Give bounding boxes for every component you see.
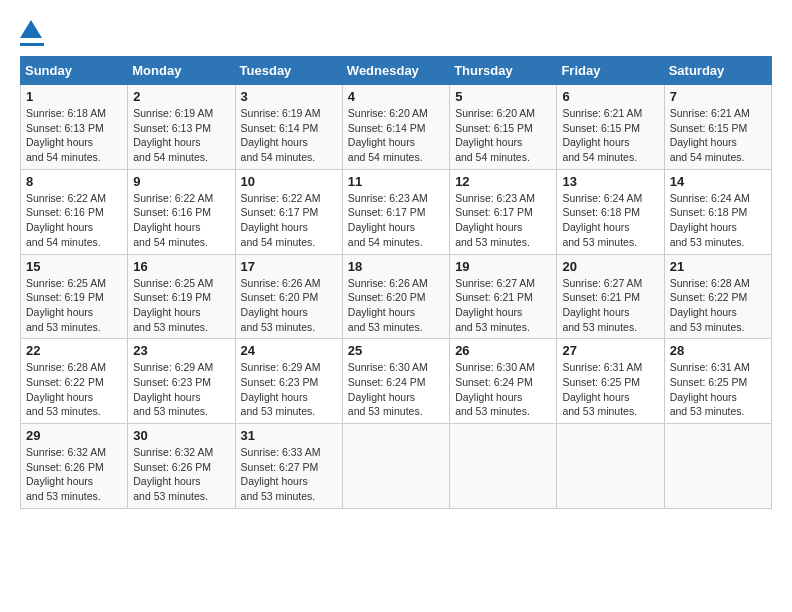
- day-info: Sunrise: 6:31 AMSunset: 6:25 PMDaylight …: [670, 360, 766, 419]
- calendar-cell: [342, 424, 449, 509]
- day-info: Sunrise: 6:25 AMSunset: 6:19 PMDaylight …: [26, 276, 122, 335]
- logo: [20, 20, 44, 46]
- calendar-cell: 31Sunrise: 6:33 AMSunset: 6:27 PMDayligh…: [235, 424, 342, 509]
- day-info: Sunrise: 6:24 AMSunset: 6:18 PMDaylight …: [670, 191, 766, 250]
- calendar-cell: 9Sunrise: 6:22 AMSunset: 6:16 PMDaylight…: [128, 169, 235, 254]
- day-info: Sunrise: 6:21 AMSunset: 6:15 PMDaylight …: [562, 106, 658, 165]
- calendar-cell: [664, 424, 771, 509]
- logo-icon: [20, 20, 42, 42]
- day-info: Sunrise: 6:24 AMSunset: 6:18 PMDaylight …: [562, 191, 658, 250]
- calendar-cell: 4Sunrise: 6:20 AMSunset: 6:14 PMDaylight…: [342, 85, 449, 170]
- day-number: 24: [241, 343, 337, 358]
- calendar-week-1: 1Sunrise: 6:18 AMSunset: 6:13 PMDaylight…: [21, 85, 772, 170]
- day-info: Sunrise: 6:22 AMSunset: 6:16 PMDaylight …: [133, 191, 229, 250]
- day-info: Sunrise: 6:26 AMSunset: 6:20 PMDaylight …: [348, 276, 444, 335]
- calendar-cell: 30Sunrise: 6:32 AMSunset: 6:26 PMDayligh…: [128, 424, 235, 509]
- day-number: 25: [348, 343, 444, 358]
- day-number: 17: [241, 259, 337, 274]
- day-number: 31: [241, 428, 337, 443]
- day-number: 28: [670, 343, 766, 358]
- col-header-thursday: Thursday: [450, 57, 557, 85]
- day-number: 10: [241, 174, 337, 189]
- calendar-cell: 20Sunrise: 6:27 AMSunset: 6:21 PMDayligh…: [557, 254, 664, 339]
- day-number: 14: [670, 174, 766, 189]
- day-info: Sunrise: 6:18 AMSunset: 6:13 PMDaylight …: [26, 106, 122, 165]
- col-header-wednesday: Wednesday: [342, 57, 449, 85]
- calendar-cell: 13Sunrise: 6:24 AMSunset: 6:18 PMDayligh…: [557, 169, 664, 254]
- calendar-cell: 19Sunrise: 6:27 AMSunset: 6:21 PMDayligh…: [450, 254, 557, 339]
- calendar-cell: 23Sunrise: 6:29 AMSunset: 6:23 PMDayligh…: [128, 339, 235, 424]
- day-number: 1: [26, 89, 122, 104]
- calendar-cell: 22Sunrise: 6:28 AMSunset: 6:22 PMDayligh…: [21, 339, 128, 424]
- calendar-cell: 11Sunrise: 6:23 AMSunset: 6:17 PMDayligh…: [342, 169, 449, 254]
- col-header-tuesday: Tuesday: [235, 57, 342, 85]
- day-number: 8: [26, 174, 122, 189]
- day-number: 11: [348, 174, 444, 189]
- day-number: 13: [562, 174, 658, 189]
- calendar-cell: 6Sunrise: 6:21 AMSunset: 6:15 PMDaylight…: [557, 85, 664, 170]
- calendar-cell: 24Sunrise: 6:29 AMSunset: 6:23 PMDayligh…: [235, 339, 342, 424]
- day-info: Sunrise: 6:29 AMSunset: 6:23 PMDaylight …: [133, 360, 229, 419]
- day-info: Sunrise: 6:32 AMSunset: 6:26 PMDaylight …: [133, 445, 229, 504]
- calendar-week-4: 22Sunrise: 6:28 AMSunset: 6:22 PMDayligh…: [21, 339, 772, 424]
- day-info: Sunrise: 6:23 AMSunset: 6:17 PMDaylight …: [348, 191, 444, 250]
- calendar-cell: 16Sunrise: 6:25 AMSunset: 6:19 PMDayligh…: [128, 254, 235, 339]
- day-number: 18: [348, 259, 444, 274]
- day-info: Sunrise: 6:29 AMSunset: 6:23 PMDaylight …: [241, 360, 337, 419]
- day-number: 9: [133, 174, 229, 189]
- day-info: Sunrise: 6:27 AMSunset: 6:21 PMDaylight …: [455, 276, 551, 335]
- day-info: Sunrise: 6:31 AMSunset: 6:25 PMDaylight …: [562, 360, 658, 419]
- day-info: Sunrise: 6:20 AMSunset: 6:14 PMDaylight …: [348, 106, 444, 165]
- calendar-cell: 14Sunrise: 6:24 AMSunset: 6:18 PMDayligh…: [664, 169, 771, 254]
- day-number: 3: [241, 89, 337, 104]
- col-header-monday: Monday: [128, 57, 235, 85]
- calendar-cell: 17Sunrise: 6:26 AMSunset: 6:20 PMDayligh…: [235, 254, 342, 339]
- calendar-cell: 7Sunrise: 6:21 AMSunset: 6:15 PMDaylight…: [664, 85, 771, 170]
- calendar-table: SundayMondayTuesdayWednesdayThursdayFrid…: [20, 56, 772, 509]
- day-number: 22: [26, 343, 122, 358]
- svg-marker-0: [20, 20, 42, 38]
- calendar-cell: 15Sunrise: 6:25 AMSunset: 6:19 PMDayligh…: [21, 254, 128, 339]
- calendar-cell: 25Sunrise: 6:30 AMSunset: 6:24 PMDayligh…: [342, 339, 449, 424]
- day-info: Sunrise: 6:22 AMSunset: 6:17 PMDaylight …: [241, 191, 337, 250]
- calendar-cell: 18Sunrise: 6:26 AMSunset: 6:20 PMDayligh…: [342, 254, 449, 339]
- calendar-cell: 3Sunrise: 6:19 AMSunset: 6:14 PMDaylight…: [235, 85, 342, 170]
- day-info: Sunrise: 6:19 AMSunset: 6:14 PMDaylight …: [241, 106, 337, 165]
- col-header-friday: Friday: [557, 57, 664, 85]
- day-info: Sunrise: 6:30 AMSunset: 6:24 PMDaylight …: [455, 360, 551, 419]
- day-number: 29: [26, 428, 122, 443]
- day-number: 21: [670, 259, 766, 274]
- day-info: Sunrise: 6:19 AMSunset: 6:13 PMDaylight …: [133, 106, 229, 165]
- day-info: Sunrise: 6:28 AMSunset: 6:22 PMDaylight …: [670, 276, 766, 335]
- day-number: 20: [562, 259, 658, 274]
- day-info: Sunrise: 6:27 AMSunset: 6:21 PMDaylight …: [562, 276, 658, 335]
- calendar-cell: [557, 424, 664, 509]
- day-info: Sunrise: 6:20 AMSunset: 6:15 PMDaylight …: [455, 106, 551, 165]
- col-header-saturday: Saturday: [664, 57, 771, 85]
- day-info: Sunrise: 6:21 AMSunset: 6:15 PMDaylight …: [670, 106, 766, 165]
- day-number: 16: [133, 259, 229, 274]
- col-header-sunday: Sunday: [21, 57, 128, 85]
- day-number: 26: [455, 343, 551, 358]
- calendar-cell: 28Sunrise: 6:31 AMSunset: 6:25 PMDayligh…: [664, 339, 771, 424]
- calendar-cell: 2Sunrise: 6:19 AMSunset: 6:13 PMDaylight…: [128, 85, 235, 170]
- calendar-cell: 12Sunrise: 6:23 AMSunset: 6:17 PMDayligh…: [450, 169, 557, 254]
- day-number: 19: [455, 259, 551, 274]
- page-header: [20, 20, 772, 46]
- calendar-cell: 27Sunrise: 6:31 AMSunset: 6:25 PMDayligh…: [557, 339, 664, 424]
- day-info: Sunrise: 6:33 AMSunset: 6:27 PMDaylight …: [241, 445, 337, 504]
- day-info: Sunrise: 6:30 AMSunset: 6:24 PMDaylight …: [348, 360, 444, 419]
- calendar-cell: 5Sunrise: 6:20 AMSunset: 6:15 PMDaylight…: [450, 85, 557, 170]
- calendar-cell: [450, 424, 557, 509]
- calendar-cell: 8Sunrise: 6:22 AMSunset: 6:16 PMDaylight…: [21, 169, 128, 254]
- day-number: 6: [562, 89, 658, 104]
- day-number: 5: [455, 89, 551, 104]
- day-number: 4: [348, 89, 444, 104]
- day-number: 27: [562, 343, 658, 358]
- calendar-cell: 29Sunrise: 6:32 AMSunset: 6:26 PMDayligh…: [21, 424, 128, 509]
- day-info: Sunrise: 6:23 AMSunset: 6:17 PMDaylight …: [455, 191, 551, 250]
- calendar-week-5: 29Sunrise: 6:32 AMSunset: 6:26 PMDayligh…: [21, 424, 772, 509]
- calendar-cell: 26Sunrise: 6:30 AMSunset: 6:24 PMDayligh…: [450, 339, 557, 424]
- day-number: 12: [455, 174, 551, 189]
- day-number: 2: [133, 89, 229, 104]
